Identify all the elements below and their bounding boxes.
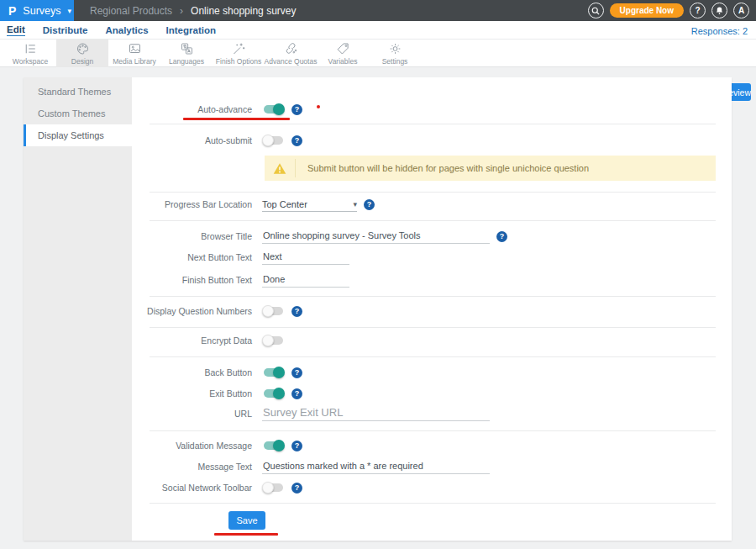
progress-bar-location-label: Progress Bar Location — [24, 199, 252, 209]
next-button-text-label: Next Button Text — [24, 252, 252, 262]
toolbar-item-design[interactable]: Design — [56, 40, 108, 67]
exit-button-row: Exit Button ? — [24, 385, 732, 402]
account-avatar[interactable]: A — [733, 3, 749, 18]
social-network-toolbar-help-icon[interactable]: ? — [291, 483, 302, 494]
topbar-actions: Upgrade Now ? A — [588, 0, 749, 21]
encrypt-data-row: Encrypt Data — [24, 332, 732, 349]
divider — [150, 356, 716, 357]
display-question-numbers-label: Display Question Numbers — [24, 306, 252, 316]
search-icon — [591, 6, 601, 16]
toolbar-item-label: Languages — [169, 57, 204, 66]
display-settings-panel: Standard Themes Custom Themes Display Se… — [24, 77, 732, 541]
divider — [150, 430, 716, 431]
exit-url-input[interactable] — [262, 407, 490, 421]
display-question-numbers-row: Display Question Numbers ? — [24, 303, 732, 319]
toolbar-item-languages[interactable]: Languages — [160, 40, 213, 67]
breadcrumb-separator: › — [180, 5, 183, 17]
auto-advance-help-icon[interactable]: ? — [291, 104, 302, 115]
display-question-numbers-help-icon[interactable]: ? — [291, 306, 302, 317]
exit-url-label: URL — [24, 409, 252, 419]
exit-button-toggle[interactable] — [262, 388, 285, 399]
toolbar-item-label: Design — [71, 57, 93, 66]
back-button-help-icon[interactable]: ? — [291, 367, 302, 378]
auto-submit-row: Auto-submit ? — [24, 132, 732, 149]
responses-count-link[interactable]: Responses: 2 — [691, 26, 748, 36]
surveys-menu-label: Surveys — [23, 5, 60, 17]
toolbar-item-workspace[interactable]: Workspace — [4, 40, 56, 67]
questionpro-logo-icon: P — [8, 4, 16, 18]
progress-bar-location-value: Top Center — [262, 199, 307, 209]
top-bar: P Surveys ▾ Regional Products › Online s… — [0, 0, 756, 21]
design-icon — [75, 41, 91, 56]
progress-bar-location-select[interactable]: Top Center ▾ — [262, 198, 357, 212]
auto-advance-label: Auto-advance — [24, 104, 252, 114]
browser-title-help-icon[interactable]: ? — [496, 231, 507, 242]
tab-distribute[interactable]: Distribute — [43, 25, 88, 35]
message-text-row: Message Text — [24, 458, 732, 475]
exit-url-row: URL — [24, 405, 732, 422]
finish-button-text-row: Finish Button Text — [24, 272, 732, 288]
progress-bar-help-icon[interactable]: ? — [364, 199, 375, 210]
validation-message-label: Validation Message — [24, 441, 252, 451]
auto-advance-row: Auto-advance ? — [24, 101, 732, 118]
toolbar-item-label: Workspace — [13, 57, 48, 66]
validation-message-toggle[interactable] — [262, 440, 285, 451]
validation-message-help-icon[interactable]: ? — [291, 441, 302, 451]
divider — [150, 503, 716, 504]
finish-button-text-input[interactable] — [262, 273, 349, 288]
finish-options-icon — [231, 41, 247, 56]
back-button-row: Back Button ? — [24, 364, 732, 381]
browser-title-input[interactable] — [262, 230, 490, 244]
message-text-input[interactable] — [262, 460, 490, 474]
tab-edit[interactable]: Edit — [7, 24, 25, 36]
chevron-down-icon: ▾ — [353, 200, 357, 209]
sidebar-item-standard-themes[interactable]: Standard Themes — [24, 81, 132, 103]
toolbar-item-label: Media Library — [113, 57, 156, 66]
search-button[interactable] — [588, 3, 604, 18]
warning-triangle-icon — [265, 159, 296, 177]
notifications-button[interactable] — [711, 3, 727, 18]
settings-icon — [387, 41, 403, 56]
save-button[interactable]: Save — [228, 511, 265, 530]
finish-button-text-label: Finish Button Text — [24, 275, 252, 285]
toolbar-item-variables[interactable]: Variables — [317, 40, 369, 67]
browser-title-row: Browser Title ? — [24, 228, 732, 245]
auto-submit-label: Auto-submit — [24, 135, 252, 145]
toolbar-item-label: Advance Quotas — [265, 57, 318, 66]
upgrade-now-button[interactable]: Upgrade Now — [610, 3, 684, 18]
toolbar-item-settings[interactable]: Settings — [369, 40, 421, 67]
auto-advance-toggle[interactable] — [262, 103, 285, 115]
advance-quotas-icon — [283, 41, 299, 56]
media-library-icon — [127, 41, 143, 56]
exit-button-help-icon[interactable]: ? — [291, 388, 302, 399]
next-button-text-input[interactable] — [262, 251, 349, 265]
toolbar-item-finish-options[interactable]: Finish Options — [213, 40, 265, 67]
progress-bar-location-row: Progress Bar Location Top Center ▾ ? — [24, 196, 732, 213]
warning-message: Submit button will be hidden for pages w… — [296, 163, 589, 173]
divider — [150, 192, 716, 193]
app-window: P Surveys ▾ Regional Products › Online s… — [0, 0, 756, 549]
annotation-dot — [317, 105, 320, 108]
toolbar-item-advance-quotas[interactable]: Advance Quotas — [265, 40, 317, 67]
tab-analytics[interactable]: Analytics — [105, 25, 148, 35]
back-button-label: Back Button — [24, 367, 252, 377]
back-button-toggle[interactable] — [262, 367, 285, 378]
bell-icon — [715, 6, 724, 15]
help-menu-button[interactable]: ? — [690, 3, 706, 18]
surveys-menu[interactable]: P Surveys ▾ — [0, 0, 74, 21]
browser-title-label: Browser Title — [24, 231, 252, 241]
breadcrumb-parent[interactable]: Regional Products — [90, 5, 172, 17]
next-button-text-row: Next Button Text — [24, 249, 732, 266]
divider — [150, 327, 716, 328]
annotation-underline-auto-advance — [183, 118, 290, 120]
divider — [150, 220, 716, 221]
toolbar-item-media-library[interactable]: Media Library — [108, 40, 160, 67]
encrypt-data-label: Encrypt Data — [24, 335, 252, 346]
display-question-numbers-toggle[interactable] — [262, 305, 285, 317]
encrypt-data-toggle[interactable] — [262, 335, 285, 346]
tab-integration[interactable]: Integration — [166, 25, 216, 35]
auto-submit-toggle[interactable] — [262, 135, 285, 146]
auto-submit-help-icon[interactable]: ? — [291, 135, 302, 146]
toolbar-item-label: Finish Options — [216, 57, 261, 66]
social-network-toolbar-toggle[interactable] — [262, 482, 285, 494]
